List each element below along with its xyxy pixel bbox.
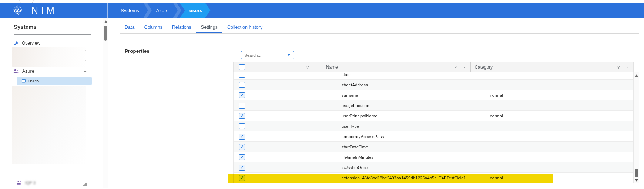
sidebar-item-label: users bbox=[28, 78, 39, 83]
row-name-cell: userPrincipalName bbox=[322, 114, 471, 118]
row-name-cell: streetAddress bbox=[322, 83, 471, 87]
table-row[interactable]: ✓ lifetimeInMinutes bbox=[234, 152, 633, 162]
blur-artifact: ' bbox=[85, 60, 86, 64]
collapse-caret-icon[interactable] bbox=[83, 71, 87, 73]
people-icon bbox=[13, 69, 19, 74]
table-row[interactable]: ✓ startDateTime bbox=[234, 142, 633, 152]
table-row[interactable]: ✓ temporaryAccessPass bbox=[234, 131, 633, 142]
column-menu-icon[interactable]: ⋮ bbox=[625, 65, 630, 70]
tabs-baseline bbox=[120, 33, 639, 34]
property-category: normal bbox=[490, 176, 503, 180]
row-select-cell: ✓ bbox=[234, 175, 322, 181]
row-name-cell: temporaryAccessPass bbox=[322, 134, 471, 139]
column-menu-icon[interactable]: ⋮ bbox=[462, 65, 467, 70]
filter-button[interactable] bbox=[284, 51, 294, 59]
scrollbar-thumb[interactable] bbox=[635, 169, 638, 177]
search-box bbox=[241, 51, 294, 59]
row-name-cell: isUsableOnce bbox=[322, 165, 471, 170]
tab-collection-history[interactable]: Collection history bbox=[222, 22, 267, 34]
row-category-cell: normal bbox=[471, 176, 633, 180]
search-input[interactable] bbox=[241, 51, 284, 59]
select-all-checkbox[interactable] bbox=[239, 64, 245, 70]
scroll-down-icon[interactable] bbox=[635, 179, 638, 182]
blur-artifact: ' bbox=[85, 49, 86, 54]
tab-settings[interactable]: Settings bbox=[196, 22, 222, 34]
property-name: usageLocation bbox=[342, 103, 369, 108]
row-select-cell: ✓ bbox=[234, 134, 322, 140]
logo-area[interactable]: NIM bbox=[0, 3, 108, 18]
table-body: state streetAddress ✓ surname normal usa… bbox=[233, 72, 634, 183]
property-name: isUsableOnce bbox=[342, 165, 368, 170]
property-name: extension_46fd3ad18be2497aa1459db1226a4b… bbox=[342, 176, 466, 180]
table-scrollbar[interactable] bbox=[634, 72, 639, 183]
brand-title: NIM bbox=[31, 5, 57, 16]
row-checkbox[interactable]: ✓ bbox=[239, 175, 245, 181]
row-checkbox[interactable]: ✓ bbox=[239, 92, 245, 98]
collapse-wedge-icon[interactable] bbox=[83, 182, 87, 186]
row-checkbox[interactable] bbox=[239, 123, 245, 129]
funnel-icon[interactable] bbox=[305, 65, 310, 70]
chevron-right-icon bbox=[173, 3, 181, 18]
row-select-cell: ✓ bbox=[234, 113, 322, 119]
name-column-header: Name bbox=[326, 65, 338, 70]
breadcrumb-azure[interactable]: Azure bbox=[155, 3, 170, 18]
row-checkbox[interactable] bbox=[239, 103, 245, 109]
row-checkbox[interactable]: ✓ bbox=[239, 134, 245, 140]
sidebar-item-overview[interactable]: Overview bbox=[14, 41, 40, 46]
table-row[interactable]: usageLocation bbox=[234, 100, 633, 111]
table-row[interactable]: ✓ surname normal bbox=[234, 90, 633, 100]
row-name-cell: lifetimeInMinutes bbox=[322, 155, 471, 159]
row-checkbox[interactable] bbox=[239, 82, 245, 88]
nim-app-window: NIM Systems Azure users Systems Overview… bbox=[0, 0, 644, 189]
properties-label: Properties bbox=[125, 48, 150, 54]
header-cell-name: Name ⋮ bbox=[322, 62, 471, 72]
row-select-cell bbox=[234, 82, 322, 88]
sidebar-item-bottom[interactable]: IQP 3 bbox=[16, 180, 36, 185]
row-checkbox[interactable]: ✓ bbox=[239, 144, 245, 150]
property-name: userPrincipalName bbox=[342, 114, 378, 118]
tab-relations[interactable]: Relations bbox=[167, 22, 196, 34]
property-name: temporaryAccessPass bbox=[342, 134, 384, 139]
funnel-icon[interactable] bbox=[616, 65, 621, 70]
blurred-content-block bbox=[12, 47, 86, 67]
scrollbar-thumb[interactable] bbox=[104, 26, 107, 41]
row-select-cell bbox=[234, 123, 322, 129]
breadcrumb-users-active[interactable]: users bbox=[180, 3, 211, 18]
breadcrumb: Systems Azure users bbox=[120, 3, 211, 18]
column-menu-icon[interactable]: ⋮ bbox=[314, 65, 319, 70]
tab-data[interactable]: Data bbox=[120, 22, 139, 34]
sidebar-item-users-selected[interactable]: users bbox=[17, 77, 92, 85]
sidebar-item-label-blurred: IQP 3 bbox=[25, 181, 36, 185]
row-category-cell: normal bbox=[471, 114, 633, 118]
row-checkbox[interactable]: ✓ bbox=[239, 113, 245, 119]
sidebar-item-label: Overview bbox=[22, 41, 40, 46]
sidebar-divider bbox=[14, 34, 91, 35]
tab-bar: Data Columns Relations Settings Collecti… bbox=[120, 22, 267, 34]
breadcrumb-systems[interactable]: Systems bbox=[120, 3, 140, 18]
row-checkbox[interactable]: ✓ bbox=[239, 165, 245, 171]
row-checkbox[interactable] bbox=[239, 72, 245, 78]
scroll-up-icon[interactable] bbox=[635, 74, 638, 77]
scroll-up-icon[interactable] bbox=[104, 20, 107, 23]
property-name: userType bbox=[342, 124, 359, 128]
table-row[interactable]: ✓ userPrincipalName normal bbox=[234, 111, 633, 121]
header-cell-category: Category ⋮ bbox=[471, 62, 633, 72]
property-name: state bbox=[342, 72, 351, 77]
table-row[interactable]: ✓ isUsableOnce bbox=[234, 162, 633, 173]
table-row[interactable]: state bbox=[234, 72, 633, 80]
row-name-cell: surname bbox=[322, 93, 471, 97]
sidebar-item-azure[interactable]: Azure bbox=[13, 69, 34, 74]
row-name-cell: userType bbox=[322, 124, 471, 128]
sidebar: Systems Overview ' ' Azure bbox=[0, 18, 115, 189]
table-row[interactable]: userType bbox=[234, 121, 633, 131]
sidebar-scrollbar[interactable] bbox=[103, 18, 108, 188]
wrench-icon bbox=[14, 41, 19, 46]
row-select-cell: ✓ bbox=[234, 92, 322, 98]
table-row[interactable]: streetAddress bbox=[234, 80, 633, 90]
property-category: normal bbox=[490, 114, 503, 118]
row-checkbox[interactable]: ✓ bbox=[239, 154, 245, 160]
tab-columns[interactable]: Columns bbox=[139, 22, 167, 34]
funnel-icon[interactable] bbox=[453, 65, 458, 70]
table-row-highlighted[interactable]: ✓ extension_46fd3ad18be2497aa1459db1226a… bbox=[234, 173, 633, 183]
row-name-cell: state bbox=[322, 72, 471, 77]
